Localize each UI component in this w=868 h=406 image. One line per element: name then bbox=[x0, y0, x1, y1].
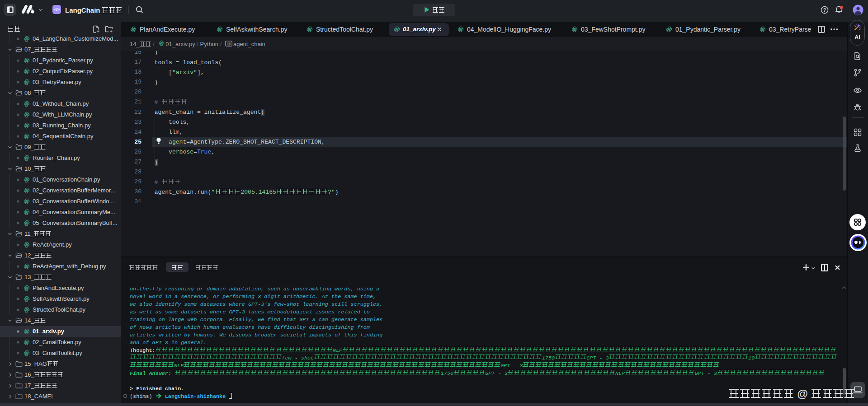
svg-text:?: ? bbox=[823, 7, 826, 13]
svg-text:@: @ bbox=[226, 42, 231, 46]
